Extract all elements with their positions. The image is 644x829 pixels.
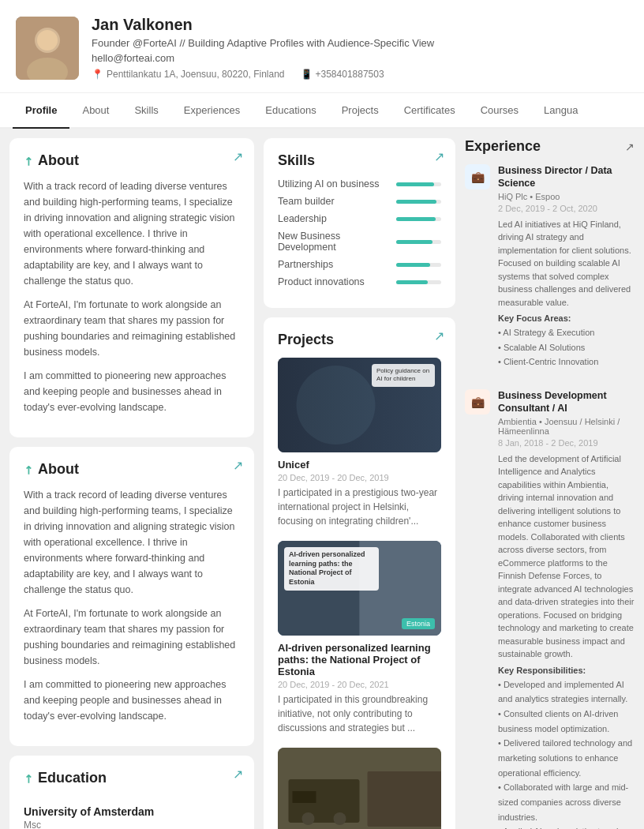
education-expand-icon[interactable]: ↗ [233, 767, 243, 782]
skill-item-0: Utilizing AI on business [278, 178, 441, 189]
about2-para-2: At ForteAI, I'm fortunate to work alongs… [24, 606, 240, 669]
skill-label-0: Utilizing AI on business [278, 178, 388, 189]
nav-about[interactable]: About [69, 93, 122, 129]
exp-item-0: 💼 Business Director / Data Science HiQ P… [465, 164, 635, 369]
skill-item-1: Team builder [278, 196, 441, 207]
exp-bullets-0: • AI Strategy & Execution• Scalable AI S… [498, 325, 635, 369]
project-img-0: Policy guidance on AI for children [278, 358, 441, 452]
project-desc-1: I participated in this groundbreaking in… [278, 692, 441, 735]
about2-expand-icon[interactable]: ↗ [233, 458, 243, 473]
education-arrow-icon: ↗ [21, 771, 36, 786]
profile-title: Founder @ForteAI // Building Adaptive Pr… [92, 37, 628, 49]
skill-bar-bg-5 [396, 280, 441, 284]
location-info: 📍 Penttilankatu 1A, Joensuu, 80220, Finl… [92, 69, 285, 80]
about2-para-3: I am committed to pioneering new approac… [24, 677, 240, 724]
about-card-1: ↗ ↗About With a track record of leading … [9, 138, 254, 437]
exp-period-0: 2 Dec, 2019 - 2 Oct, 2020 [498, 204, 635, 213]
skill-item-2: Leadership [278, 213, 441, 224]
project-item-2: Peacetime security communication 20 Dec,… [278, 748, 441, 829]
project-title-0: Unicef [278, 459, 441, 471]
skills-list: Utilizing AI on business Team builder Le… [278, 178, 441, 287]
project-img-1: AI-driven personalized learning paths: t… [278, 541, 441, 636]
exp-content-0: Business Director / Data Science HiQ Plc… [498, 164, 635, 369]
exp-key-0: Key Focus Areas: [498, 313, 635, 323]
skill-bar-fill-4 [396, 263, 430, 267]
location-icon: 📍 [92, 69, 103, 80]
project-guidance-overlay: Policy guidance on AI for children [372, 364, 435, 387]
phone-icon: 📱 [301, 69, 313, 80]
about-para-1: With a track record of leading diverse v… [24, 178, 240, 289]
exp-icon-0: 💼 [465, 164, 490, 189]
skill-bar-fill-0 [396, 182, 434, 186]
projects-card: ↗ Projects Policy guidance on AI for chi… [264, 317, 455, 829]
skill-label-2: Leadership [278, 213, 388, 224]
header-meta: 📍 Penttilankatu 1A, Joensuu, 80220, Finl… [92, 69, 628, 80]
nav-projects[interactable]: Projects [329, 93, 391, 129]
svg-rect-12 [293, 791, 316, 803]
profile-name: Jan Valkonen [92, 16, 628, 34]
education-card: ↗ ↗Education University of Amsterdam Msc… [9, 756, 254, 829]
nav-language[interactable]: Langua [531, 93, 590, 129]
about-arrow-icon-1: ↗ [21, 153, 36, 169]
exp-job-title-1: Business Development Consultant / AI [498, 389, 635, 415]
nav-experiences[interactable]: Experiences [171, 93, 253, 129]
skill-bar-bg-2 [396, 217, 441, 221]
exp-job-title-0: Business Director / Data Science [498, 164, 635, 190]
left-column: ↗ ↗About With a track record of leading … [9, 138, 254, 829]
right-column: Experience ↗ 💼 Business Director / Data … [465, 138, 635, 829]
nav-certificates[interactable]: Certificates [391, 93, 468, 129]
exp-content-1: Business Development Consultant / AI Amb… [498, 389, 635, 829]
about-expand-icon[interactable]: ↗ [233, 149, 243, 164]
skills-title: Skills [278, 152, 441, 169]
nav-skills[interactable]: Skills [122, 93, 170, 129]
education-title: ↗Education [24, 770, 240, 786]
profile-email: hello@forteai.com [92, 52, 628, 64]
skill-bar-bg-4 [396, 263, 441, 267]
skill-bar-bg-0 [396, 182, 441, 186]
skill-label-5: Product innovations [278, 276, 388, 287]
exp-item-1: 💼 Business Development Consultant / AI A… [465, 389, 635, 829]
projects-expand-icon[interactable]: ↗ [434, 328, 444, 343]
project-dates-1: 20 Dec, 2019 - 20 Dec, 2021 [278, 680, 441, 689]
svg-point-13 [302, 812, 315, 825]
about-title-1: ↗About [24, 152, 240, 169]
app-container: Jan Valkonen Founder @ForteAI // Buildin… [0, 0, 644, 829]
skill-bar-fill-1 [396, 200, 436, 204]
experience-expand-icon[interactable]: ↗ [625, 141, 635, 153]
skill-item-5: Product innovations [278, 276, 441, 287]
skill-bar-bg-1 [396, 200, 441, 204]
avatar [16, 17, 79, 80]
about-para-2: At ForteAI, I'm fortunate to work alongs… [24, 297, 240, 360]
exp-desc-1: Led the development of Artificial Intell… [498, 452, 635, 661]
skill-bar-bg-3 [396, 240, 441, 244]
skill-item-3: New Business Development [278, 231, 441, 253]
nav-educations[interactable]: Educations [253, 93, 328, 129]
skills-card: ↗ Skills Utilizing AI on business Team b… [264, 138, 455, 308]
project-ai-label: Estonia [402, 618, 435, 629]
edu-item-0: University of Amsterdam Msc 13 Jul, 1998… [24, 796, 240, 829]
edu-degree-0: Msc [24, 820, 240, 829]
skill-bar-fill-3 [396, 240, 432, 244]
nav-profile[interactable]: Profile [13, 93, 69, 129]
project-img-2 [278, 748, 441, 829]
phone-info: 📱 +358401887503 [301, 69, 384, 80]
experience-title: Experience [465, 138, 541, 155]
skill-label-3: New Business Development [278, 231, 388, 253]
exp-divider-0 [465, 382, 635, 383]
exp-icon-1: 💼 [465, 389, 490, 414]
exp-company-0: HiQ Plc • Espoo [498, 192, 635, 201]
skill-bar-fill-2 [396, 217, 436, 221]
skill-bar-fill-5 [396, 280, 428, 284]
about2-para-1: With a track record of leading diverse v… [24, 487, 240, 598]
skill-label-1: Team builder [278, 196, 388, 207]
experience-header: Experience ↗ [465, 138, 635, 155]
header-info: Jan Valkonen Founder @ForteAI // Buildin… [92, 16, 628, 80]
nav-courses[interactable]: Courses [468, 93, 531, 129]
edu-school-0: University of Amsterdam [24, 805, 240, 818]
skill-label-4: Partnerships [278, 259, 388, 270]
location-text: Penttilankatu 1A, Joensuu, 80220, Finlan… [107, 69, 285, 80]
exp-period-1: 8 Jan, 2018 - 2 Dec, 2019 [498, 438, 635, 448]
svg-rect-15 [368, 771, 442, 827]
skills-expand-icon[interactable]: ↗ [434, 149, 444, 164]
about-arrow-icon-2: ↗ [21, 462, 36, 478]
